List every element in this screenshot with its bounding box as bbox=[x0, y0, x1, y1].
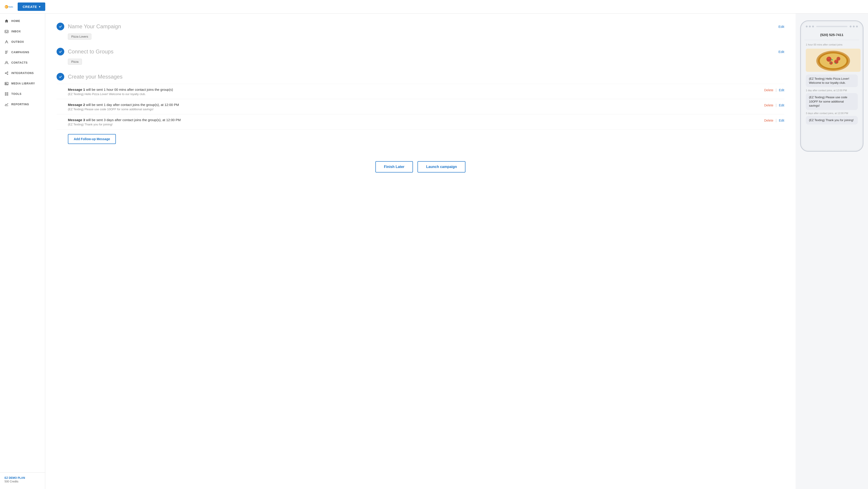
svg-text:Texting: Texting bbox=[8, 6, 13, 8]
message-preview-3: (EZ Texting) Thank you for joining! bbox=[68, 123, 760, 126]
svg-point-25 bbox=[827, 58, 830, 59]
message-actions-3: Delete | Edit bbox=[764, 118, 784, 122]
sidebar-item-integrations[interactable]: INTEGRATIONS bbox=[0, 68, 45, 78]
phone-preview-panel: (520) 525-7411 1 hour 00 mins after cont… bbox=[796, 13, 868, 489]
logo: EZ Texting bbox=[4, 2, 13, 11]
plan-name: EZ DEMO PLAN bbox=[4, 476, 40, 480]
svg-point-28 bbox=[835, 63, 836, 64]
sidebar-item-inbox[interactable]: INBOX bbox=[0, 26, 45, 37]
main-content: Name Your Campaign Edit Pizza Lovers Con… bbox=[45, 13, 796, 489]
inbox-icon bbox=[4, 29, 9, 33]
step-2-edit[interactable]: Edit bbox=[778, 50, 784, 54]
svg-point-7 bbox=[7, 74, 8, 75]
app-header: EZ Texting CREATE ▾ bbox=[0, 0, 868, 13]
reporting-icon bbox=[4, 102, 9, 106]
phone-chat: 1 hour 00 mins after contact joins (EZ T… bbox=[804, 43, 859, 124]
sidebar-item-home[interactable]: HOME bbox=[0, 16, 45, 26]
sidebar-label-contacts: CONTACTS bbox=[11, 61, 28, 64]
message-row-2: Message 2 will be sent 1 day after conta… bbox=[57, 99, 784, 114]
edit-message-3-button[interactable]: Edit bbox=[779, 119, 784, 122]
message-content-3: Message 3 will be sent 3 days after cont… bbox=[68, 118, 760, 126]
sidebar-label-campaigns: CAMPAIGNS bbox=[11, 51, 29, 54]
edit-message-1-button[interactable]: Edit bbox=[779, 88, 784, 92]
sidebar-label-tools: TOOLS bbox=[11, 92, 22, 95]
svg-point-27 bbox=[832, 59, 833, 60]
integrations-icon bbox=[4, 71, 9, 75]
svg-point-26 bbox=[835, 60, 837, 61]
chevron-down-icon: ▾ bbox=[39, 5, 40, 8]
svg-point-23 bbox=[829, 61, 833, 65]
step-3-title: Create your Messages bbox=[68, 73, 784, 80]
messages-list: Message 1 will be sent 1 hour 00 mins af… bbox=[57, 84, 784, 129]
phone-dot-6 bbox=[856, 26, 858, 27]
sidebar-item-campaigns[interactable]: CAMPAIGNS bbox=[0, 47, 45, 58]
phone-dot-1 bbox=[806, 26, 808, 27]
step-1-tag: Pizza Lovers bbox=[68, 33, 91, 40]
svg-text:EZ: EZ bbox=[5, 6, 7, 8]
phone-dot-5 bbox=[853, 26, 855, 27]
step-1-edit[interactable]: Edit bbox=[778, 25, 784, 29]
media-icon bbox=[4, 82, 9, 86]
message-content-1: Message 1 will be sent 1 hour 00 mins af… bbox=[68, 88, 760, 96]
plan-credits: 500 Credits bbox=[4, 480, 40, 483]
svg-point-6 bbox=[7, 72, 8, 73]
step-2-title: Connect to Groups bbox=[68, 49, 775, 55]
message-row-1: Message 1 will be sent 1 hour 00 mins af… bbox=[57, 84, 784, 99]
step-3-header: Create your Messages bbox=[57, 73, 784, 81]
delete-message-1-button[interactable]: Delete bbox=[764, 88, 773, 92]
sidebar-item-outbox[interactable]: OUTBOX bbox=[0, 37, 45, 47]
bottom-actions: Finish Later Launch campaign bbox=[57, 152, 784, 177]
edit-message-2-button[interactable]: Edit bbox=[779, 103, 784, 107]
add-followup-button[interactable]: Add Follow-up Message bbox=[68, 134, 116, 144]
outbox-icon bbox=[4, 40, 9, 44]
phone-dot-3 bbox=[812, 26, 814, 27]
contacts-icon bbox=[4, 61, 9, 65]
sidebar-item-media-library[interactable]: MEDIA LIBRARY bbox=[0, 78, 45, 89]
home-icon bbox=[4, 19, 9, 23]
sidebar-item-contacts[interactable]: CONTACTS bbox=[0, 58, 45, 68]
step-2-tag: Pizza bbox=[68, 59, 82, 65]
chat-bubble-3: (EZ Texting) Please use code 10OFF for s… bbox=[806, 93, 858, 110]
step-1-check bbox=[57, 23, 64, 30]
delete-message-3-button[interactable]: Delete bbox=[764, 119, 773, 122]
message-title-1: Message 1 will be sent 1 hour 00 mins af… bbox=[68, 88, 760, 91]
phone-dot-2 bbox=[809, 26, 811, 27]
sidebar-label-home: HOME bbox=[11, 20, 20, 23]
action-separator-1: | bbox=[776, 88, 777, 92]
step-2: Connect to Groups Edit Pizza bbox=[57, 48, 784, 65]
create-button[interactable]: CREATE ▾ bbox=[18, 2, 45, 11]
sidebar: HOME INBOX OUTBOX CAMPAIGNS CONTACTS INT… bbox=[0, 13, 45, 489]
chat-bubble-1: (EZ Texting) Hello Pizza Lover! Welcome … bbox=[806, 74, 858, 87]
step-1: Name Your Campaign Edit Pizza Lovers bbox=[57, 23, 784, 40]
finish-later-button[interactable]: Finish Later bbox=[375, 161, 413, 173]
message-title-3: Message 3 will be sent 3 days after cont… bbox=[68, 118, 760, 122]
svg-rect-13 bbox=[7, 93, 8, 94]
svg-line-9 bbox=[6, 73, 7, 74]
step-2-check bbox=[57, 48, 64, 56]
message-title-2: Message 2 will be sent 1 day after conta… bbox=[68, 103, 760, 106]
message-preview-2: (EZ Texting) Please use code 10OFF for s… bbox=[68, 108, 760, 111]
svg-rect-15 bbox=[7, 94, 8, 95]
sidebar-label-media-library: MEDIA LIBRARY bbox=[11, 82, 35, 85]
create-label: CREATE bbox=[23, 5, 37, 9]
launch-campaign-button[interactable]: Launch campaign bbox=[417, 161, 465, 173]
sidebar-label-reporting: REPORTING bbox=[11, 103, 29, 106]
svg-point-21 bbox=[826, 57, 831, 62]
chat-time-4: 3 days after contact joins, at 12:00 PM bbox=[806, 112, 858, 115]
sidebar-item-reporting[interactable]: REPORTING bbox=[0, 99, 45, 110]
sidebar-footer: EZ DEMO PLAN 500 Credits bbox=[0, 472, 45, 487]
step-2-header: Connect to Groups Edit bbox=[57, 48, 784, 56]
app-body: HOME INBOX OUTBOX CAMPAIGNS CONTACTS INT… bbox=[0, 13, 868, 489]
svg-point-24 bbox=[837, 57, 840, 61]
svg-line-8 bbox=[6, 72, 7, 73]
svg-point-29 bbox=[830, 62, 831, 63]
message-preview-1: (EZ Texting) Hello Pizza Lover! Welcome … bbox=[68, 92, 760, 96]
phone-number: (520) 525-7411 bbox=[804, 31, 859, 40]
chat-time-0: 1 hour 00 mins after contact joins bbox=[806, 43, 858, 46]
sidebar-item-tools[interactable]: TOOLS bbox=[0, 89, 45, 99]
message-actions-2: Delete | Edit bbox=[764, 103, 784, 107]
phone-dots bbox=[806, 26, 814, 27]
delete-message-2-button[interactable]: Delete bbox=[764, 103, 773, 107]
svg-rect-12 bbox=[5, 93, 6, 94]
sidebar-label-inbox: INBOX bbox=[11, 30, 21, 33]
